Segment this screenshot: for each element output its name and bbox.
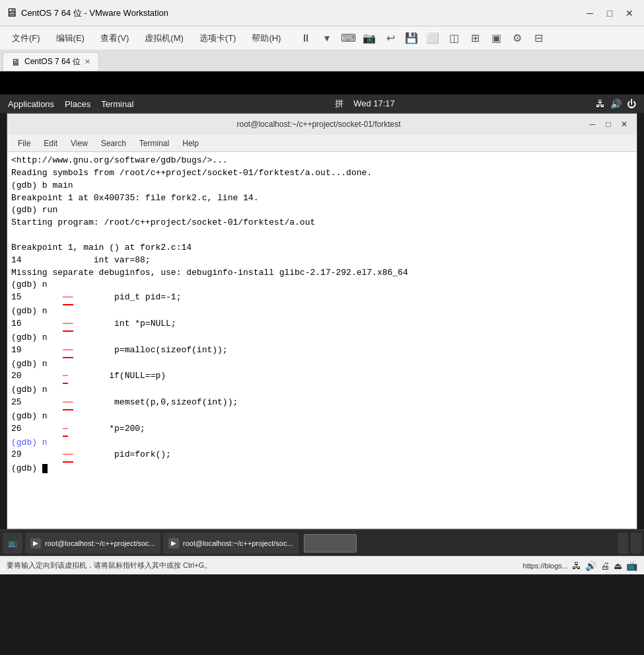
vm-tab-centos[interactable]: 🖥 CentOS 7 64 位 ✕ <box>3 52 99 71</box>
toolbar-revert[interactable]: ↩ <box>381 29 400 48</box>
minimize-button[interactable]: ─ <box>581 6 599 20</box>
gnome-left: Applications Places Terminal <box>8 99 133 109</box>
gnome-power-icon[interactable]: ⏻ <box>627 98 636 109</box>
term-line-20: (gdb) n <box>11 410 633 423</box>
terminal-window: root@localhost:~/c++project/socket-01/fo… <box>7 113 637 529</box>
term-line-17: 20 ─ if(NULL==p) <box>11 370 633 384</box>
terminal-cursor <box>42 464 48 473</box>
terminal-win-btns: ─ □ ✕ <box>585 118 631 130</box>
term-line-19: 25 ── memset(p,0,sizeof(int)); <box>11 397 633 410</box>
term-line-16: (gdb) n <box>11 358 633 371</box>
statusbar-icon5[interactable]: 📺 <box>626 560 637 571</box>
vmware-toolbar: ⏸ ▾ ⌨ 📷 ↩ 💾 ⬜ ◫ ⊞ ▣ ⚙ ⊟ <box>297 29 548 48</box>
terminal-menu-search[interactable]: Search <box>96 137 131 149</box>
vmware-statusbar: 要将输入定向到该虚拟机，请将鼠标指针移入其中或按 Ctrl+G。 https:/… <box>0 556 644 574</box>
term-line-15: 19 ── p=malloc(sizeof(int)); <box>11 344 633 358</box>
term-line-18: (gdb) n <box>11 384 633 397</box>
red-mark-1: ── <box>63 291 73 305</box>
menu-tab[interactable]: 选项卡(T) <box>193 30 243 47</box>
vm-tab-close-btn[interactable]: ✕ <box>85 58 90 66</box>
red-mark-7: ── <box>63 449 73 463</box>
terminal2-label: root@localhost:~/c++project/soc... <box>183 539 293 547</box>
vm-tab-label: CentOS 7 64 位 <box>24 56 81 67</box>
terminal-menu-edit[interactable]: Edit <box>38 137 63 149</box>
terminal-content[interactable]: <http://www.gnu.org/software/gdb/bugs/>.… <box>7 152 637 529</box>
term-line-23: 29 ── pid=fork(); <box>11 449 633 463</box>
red-mark-3: ── <box>63 344 73 358</box>
term-line-3: Breakpoint 1 at 0x400735: file fork2.c, … <box>11 192 633 205</box>
toolbar-fullscreen[interactable]: ⬜ <box>423 29 442 48</box>
menu-help[interactable]: 帮助(H) <box>245 30 287 47</box>
term-line-8: 14 int var=88; <box>11 254 633 267</box>
taskbar-terminal1[interactable]: ▶ root@localhost:~/c++project/soc... <box>25 533 161 554</box>
terminal-menu-view[interactable]: View <box>65 137 93 149</box>
taskbar-monitor-btn[interactable]: 📺 <box>3 533 22 554</box>
statusbar-icon3[interactable]: 🖨 <box>600 560 610 571</box>
terminal-maximize[interactable]: □ <box>601 118 616 130</box>
titlebar-controls: ─ □ ✕ <box>581 6 639 20</box>
terminal-title: root@localhost:~/c++project/socket-01/fo… <box>52 120 585 129</box>
menu-view[interactable]: 查看(V) <box>94 30 135 47</box>
vm-tab-icon: 🖥 <box>11 57 20 67</box>
term-line-5: Starting program: /root/c++project/socke… <box>11 217 633 229</box>
gnome-right: 🖧 🔊 ⏻ <box>596 98 636 109</box>
red-mark-2: ── <box>63 318 73 332</box>
gnome-ime: 拼 <box>335 98 343 108</box>
toolbar-snapshot[interactable]: 📷 <box>360 29 378 48</box>
statusbar-left-text: 要将输入定向到该虚拟机，请将鼠标指针移入其中或按 Ctrl+G。 <box>7 560 211 570</box>
taskbar-input-box[interactable] <box>304 534 357 553</box>
terminal-menu-help[interactable]: Help <box>177 137 204 149</box>
taskbar-terminal2[interactable]: ▶ root@localhost:~/c++project/soc... <box>163 533 299 554</box>
toolbar-split[interactable]: ◫ <box>445 29 463 48</box>
statusbar-icon1[interactable]: 🖧 <box>572 560 581 571</box>
term-line-0: <http://www.gnu.org/software/gdb/bugs/>.… <box>11 155 633 167</box>
toolbar-send-ctrlaltdel[interactable]: ⌨ <box>339 29 357 48</box>
toolbar-suspend[interactable]: 💾 <box>402 29 421 48</box>
toolbar-unity[interactable]: ⊞ <box>466 29 484 48</box>
terminal-minimize[interactable]: ─ <box>585 118 600 130</box>
toolbar-more[interactable]: ⊟ <box>529 29 548 48</box>
term-line-9: Missing separate debuginfos, use: debugi… <box>11 267 633 280</box>
terminal-menu-file[interactable]: File <box>13 137 36 149</box>
toolbar-pause[interactable]: ⏸ <box>297 29 315 48</box>
toolbar-dropdown[interactable]: ▾ <box>318 29 336 48</box>
maximize-button[interactable]: □ <box>600 6 619 20</box>
vmware-icon: 🖥 <box>5 6 17 20</box>
gnome-network-icon[interactable]: 🖧 <box>596 98 605 109</box>
statusbar-url: https://blogs... <box>523 562 568 570</box>
term-line-6 <box>11 229 633 242</box>
toolbar-settings[interactable]: ⚙ <box>508 29 526 48</box>
terminal-menu-terminal[interactable]: Terminal <box>134 137 174 149</box>
menu-file[interactable]: 文件(F) <box>5 30 47 47</box>
gnome-taskbar: 📺 ▶ root@localhost:~/c++project/soc... ▶… <box>0 529 644 556</box>
vmware-titlebar: 🖥 CentOS 7 64 位 - VMware Workstation ─ □… <box>0 0 644 26</box>
gnome-applications[interactable]: Applications <box>8 99 54 109</box>
gnome-time: Wed 17:17 <box>353 98 395 108</box>
terminal-menu: File Edit View Search Terminal Help <box>7 135 637 152</box>
term-line-4: (gdb) run <box>11 204 633 217</box>
terminal1-icon: ▶ <box>30 538 41 549</box>
term-line-13: 16 ── int *p=NULL; <box>11 318 633 332</box>
gnome-terminal-menu[interactable]: Terminal <box>101 99 133 109</box>
gnome-topbar: Applications Places Terminal 拼 Wed 17:17… <box>0 95 644 113</box>
menu-vm[interactable]: 虚拟机(M) <box>138 30 190 47</box>
terminal-titlebar: root@localhost:~/c++project/socket-01/fo… <box>7 114 637 135</box>
vmware-tabs: 🖥 CentOS 7 64 位 ✕ <box>0 50 644 71</box>
toolbar-console[interactable]: ▣ <box>487 29 505 48</box>
statusbar-icon4[interactable]: ⏏ <box>614 560 622 571</box>
term-line-1: Reading symbols from /root/c++project/so… <box>11 167 633 180</box>
gnome-places[interactable]: Places <box>65 99 90 109</box>
close-button[interactable]: ✕ <box>620 6 639 20</box>
titlebar-left: 🖥 CentOS 7 64 位 - VMware Workstation <box>5 6 168 20</box>
taskbar-extra1[interactable] <box>618 533 628 554</box>
menu-edit[interactable]: 编辑(E) <box>50 30 91 47</box>
term-line-22: (gdb) n <box>11 437 633 449</box>
taskbar-extra2[interactable] <box>631 533 641 554</box>
term-line-2: (gdb) b main <box>11 180 633 192</box>
statusbar-icon2[interactable]: 🔊 <box>585 560 596 571</box>
red-mark-6: ─ <box>63 423 68 437</box>
terminal-close[interactable]: ✕ <box>617 118 631 130</box>
term-line-11: 15 ── pid_t pid=-1; <box>11 291 633 305</box>
gnome-volume-icon[interactable]: 🔊 <box>610 98 622 109</box>
statusbar-right: https://blogs... 🖧 🔊 🖨 ⏏ 📺 <box>523 560 637 571</box>
